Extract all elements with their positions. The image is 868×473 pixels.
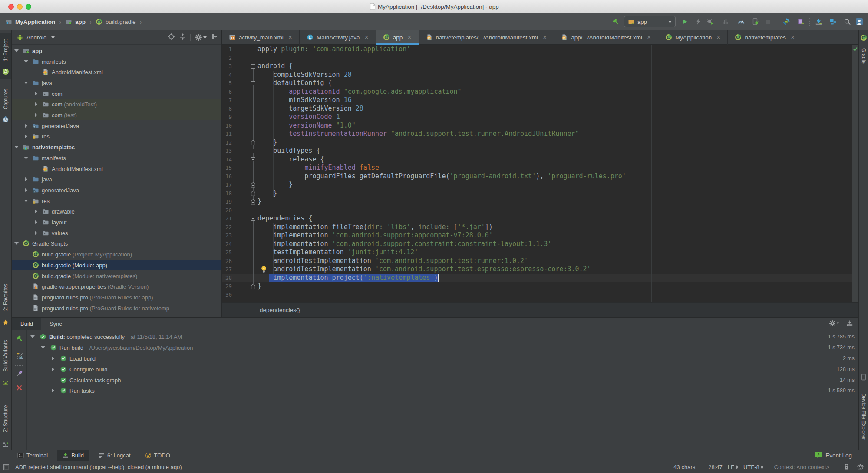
chevron-collapsed-icon[interactable]: [34, 113, 38, 117]
avd-manager-button[interactable]: [782, 18, 790, 26]
search-everywhere-button[interactable]: [844, 18, 851, 26]
build-row-calculate-task-graph[interactable]: Calculate task graph14 ms: [27, 374, 858, 385]
encoding-widget[interactable]: UTF-8: [743, 464, 763, 470]
close-tab-icon[interactable]: ✕: [543, 35, 547, 40]
fold-collapse-icon[interactable]: [251, 64, 255, 69]
stop-button[interactable]: [765, 18, 772, 25]
build-panel-tab-sync[interactable]: Sync: [41, 318, 70, 330]
chevron-collapsed-icon[interactable]: [24, 124, 28, 128]
chevron-expanded-icon[interactable]: [14, 145, 19, 149]
tree-item-gradle-scripts[interactable]: Gradle Scripts: [12, 238, 221, 249]
fold-collapse-icon[interactable]: [251, 81, 255, 85]
tree-item-res[interactable]: res: [12, 131, 221, 142]
editor-tab-app-androidmanifest-xml[interactable]: app/.../AndroidManifest.xml✕: [554, 30, 658, 45]
profile-disabled-button[interactable]: [722, 18, 729, 26]
hammer-button[interactable]: [16, 335, 23, 342]
bottom-bar-button-terminal[interactable]: Terminal: [12, 450, 53, 461]
chevron-collapsed-icon[interactable]: [24, 188, 28, 192]
tool-window-button-device-file-explorer[interactable]: Device File Explorer: [859, 371, 868, 452]
settings-gear-dd-button[interactable]: [829, 320, 839, 328]
lock-button[interactable]: [843, 463, 849, 471]
close-tab-icon[interactable]: ✕: [365, 35, 369, 40]
tree-item-androidmanifest-xml[interactable]: AndroidManifest.xml: [12, 67, 221, 78]
chevron-expanded-icon[interactable]: [24, 59, 28, 64]
chevron-expanded-icon[interactable]: [24, 156, 28, 160]
zoom-window-button[interactable]: [26, 4, 31, 10]
chevron-collapsed-icon[interactable]: [24, 177, 28, 181]
fold-collapse-icon[interactable]: [251, 157, 255, 161]
hide-panel-button[interactable]: [211, 33, 218, 42]
close-button[interactable]: [16, 384, 23, 391]
build-row-build-[interactable]: Build: completed successfullyat 11/5/18,…: [27, 332, 858, 342]
chevron-expanded-icon[interactable]: [30, 335, 35, 339]
tool-window-button-2-favorites[interactable]: 2: Favorites: [0, 276, 11, 329]
chevron-collapsed-icon[interactable]: [34, 220, 38, 224]
fold-end-icon[interactable]: [251, 284, 255, 289]
code-editor[interactable]: 1apply plugin: 'com.android.application'…: [222, 45, 852, 302]
profile-account-button[interactable]: [855, 18, 863, 26]
tree-item-generatedjava[interactable]: generatedJava: [12, 120, 221, 131]
tool-window-button-gradle[interactable]: Gradle: [859, 32, 868, 70]
bottom-bar-button-6-logcat[interactable]: 6: Logcat: [93, 450, 136, 461]
chevron-collapsed-icon[interactable]: [34, 231, 38, 235]
editor-tab-mainactivity-java[interactable]: CMainActivity.java✕: [300, 30, 376, 45]
build-row-configure-build[interactable]: Configure build128 ms: [27, 364, 858, 374]
chevron-collapsed-icon[interactable]: [34, 92, 38, 96]
tool-window-button-z-structure[interactable]: Z: Structure: [0, 396, 11, 452]
close-tab-icon[interactable]: ✕: [288, 35, 292, 40]
tool-window-button-captures[interactable]: Captures: [0, 82, 11, 126]
tree-item-build-gradle[interactable]: build.gradle (Project: MyApplication): [12, 249, 221, 260]
tool-window-button-build-variants[interactable]: Build Variants: [0, 332, 11, 390]
tree-item-res[interactable]: res: [12, 195, 221, 206]
status-message[interactable]: ADB rejected shell command (logcat --hel…: [15, 461, 182, 473]
close-tab-icon[interactable]: ✕: [647, 35, 651, 40]
breadcrumb-scope[interactable]: dependencies{}: [260, 307, 300, 313]
tree-item-nativetemplates[interactable]: nativetemplates: [12, 142, 221, 153]
breadcrumb-item-app[interactable]: app: [65, 18, 86, 25]
chevron-expanded-icon[interactable]: [14, 241, 19, 246]
hector-highlighting-button[interactable]: [857, 463, 864, 472]
chevron-expanded-icon[interactable]: [14, 49, 19, 53]
caret-position-widget[interactable]: 28:47: [708, 464, 723, 470]
close-tab-icon[interactable]: ✕: [407, 35, 411, 40]
tree-item-com[interactable]: com (androidTest): [12, 99, 221, 110]
chevron-collapsed-icon[interactable]: [51, 388, 55, 393]
apply-changes-button[interactable]: [695, 18, 702, 25]
locate-button[interactable]: [168, 33, 175, 42]
editor-scrollbar[interactable]: [852, 45, 858, 302]
fold-collapse-icon[interactable]: [251, 217, 255, 221]
tree-item-gradle-wrapper-properties[interactable]: gradle-wrapper.properties (Gradle Versio…: [12, 281, 221, 292]
breadcrumb-item-myapplication[interactable]: MyApplication: [5, 18, 55, 25]
context-widget[interactable]: Context: <no context>: [774, 464, 829, 470]
fold-collapse-icon[interactable]: [251, 149, 255, 153]
breadcrumb-item-build.gradle[interactable]: build.gradle: [96, 18, 136, 25]
editor-tab-activity-main-xml[interactable]: activity_main.xml✕: [222, 30, 300, 45]
bottom-bar-button-todo[interactable]: TODO: [140, 450, 175, 461]
run-button[interactable]: [681, 18, 688, 26]
event-log-button[interactable]: 2 Event Log: [815, 450, 852, 461]
tree-item-com[interactable]: com: [12, 88, 221, 99]
editor-tab-nativetemplates[interactable]: nativetemplates✕: [728, 30, 802, 45]
build-row-run-build[interactable]: Run build/Users/jweisbaum/Desktop/MyAppl…: [27, 342, 858, 353]
tree-item-androidmanifest-xml[interactable]: AndroidManifest.xml: [12, 163, 221, 174]
tree-item-app[interactable]: app: [12, 46, 221, 56]
close-window-button[interactable]: [8, 4, 14, 10]
pin-button[interactable]: [16, 370, 23, 377]
chevron-collapsed-icon[interactable]: [51, 367, 55, 371]
build-panel-tab-build[interactable]: Build: [12, 318, 41, 330]
chevron-collapsed-icon[interactable]: [51, 356, 55, 361]
chevron-collapsed-icon[interactable]: [34, 209, 38, 214]
tree-item-com[interactable]: com (test): [12, 110, 221, 121]
debug-button[interactable]: [707, 18, 714, 26]
tree-item-layout[interactable]: layout: [12, 217, 221, 228]
intention-bulb-icon[interactable]: [261, 266, 267, 273]
fold-end-icon[interactable]: [251, 182, 255, 188]
tool-window-toggle-icon[interactable]: [3, 464, 9, 470]
tree-item-manifests[interactable]: manifests: [12, 56, 221, 67]
chevron-collapsed-icon[interactable]: [24, 134, 28, 138]
sdk-manager-button[interactable]: [797, 18, 805, 26]
close-tab-icon[interactable]: ✕: [791, 35, 795, 40]
editor-tab-myapplication[interactable]: MyApplication✕: [658, 30, 728, 45]
chevron-expanded-icon[interactable]: [24, 81, 28, 85]
export-button[interactable]: [846, 320, 853, 328]
